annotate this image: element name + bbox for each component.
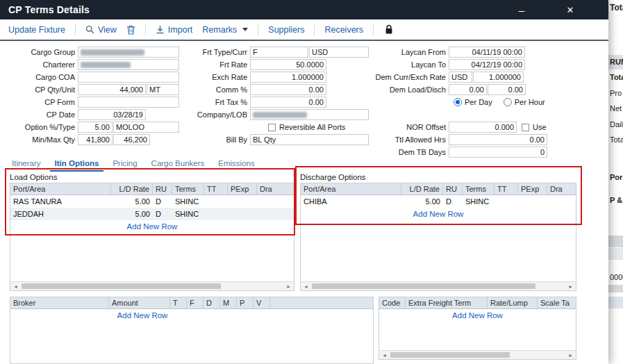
column-header-v[interactable]: V: [254, 297, 270, 308]
column-header-p[interactable]: P: [237, 297, 254, 308]
extra-freight-horizontal-scrollbar[interactable]: ◂ ▸: [379, 350, 576, 359]
frt-type-field[interactable]: F: [250, 47, 308, 58]
cell-terms[interactable]: SHINC: [172, 210, 204, 218]
column-header-terms[interactable]: Terms: [463, 183, 495, 195]
title-bar[interactable]: CP Terms Details – ✕: [0, 0, 608, 19]
column-header-tt[interactable]: TT: [495, 183, 518, 195]
column-header-broker[interactable]: Broker: [10, 297, 109, 308]
table-row[interactable]: CHIBA 5.00 D SHINC: [301, 195, 576, 208]
cell-ru[interactable]: D: [443, 197, 463, 206]
column-header-ld-rate[interactable]: L/D Rate: [401, 183, 443, 195]
cell-ld-rate[interactable]: 5.00: [111, 210, 153, 218]
scrollbar-track[interactable]: [390, 351, 565, 359]
dem-load-field[interactable]: 0.00: [449, 84, 487, 95]
close-button[interactable]: ✕: [564, 0, 576, 19]
column-header-ru[interactable]: RU: [153, 183, 172, 195]
view-button[interactable]: View: [85, 25, 117, 35]
laycan-to-field[interactable]: 04/12/19 00:00: [449, 59, 525, 70]
nor-offset-field[interactable]: 0.000: [449, 122, 517, 133]
column-header-port-area[interactable]: Port/Area: [10, 183, 111, 195]
discharge-options-horizontal-scrollbar[interactable]: ◂ ▸: [301, 281, 576, 290]
table-row[interactable]: RAS TANURA 5.00 D SHINC: [10, 195, 294, 208]
tab-emissions[interactable]: Emissions: [213, 159, 259, 172]
suppliers-button[interactable]: Suppliers: [268, 25, 304, 35]
column-header-code[interactable]: Code: [379, 297, 406, 308]
scrollbar-track[interactable]: [21, 282, 283, 290]
column-header-t[interactable]: T: [170, 297, 187, 308]
scrollbar-track[interactable]: [311, 282, 565, 290]
update-fixture-button[interactable]: Update Fixture: [8, 25, 65, 35]
tab-pricing[interactable]: Pricing: [108, 159, 142, 172]
column-header-dra[interactable]: Dra: [257, 183, 294, 195]
cell-port-area[interactable]: JEDDAH: [10, 210, 111, 218]
column-header-dra[interactable]: Dra: [547, 183, 576, 195]
delete-button[interactable]: [126, 25, 135, 35]
scroll-right-arrow[interactable]: ▸: [565, 282, 576, 290]
column-header-terms[interactable]: Terms: [172, 183, 204, 195]
laycan-from-field[interactable]: 04/11/19 00:00: [449, 47, 525, 58]
receivers-button[interactable]: Receivers: [324, 25, 363, 35]
scroll-left-arrow[interactable]: ◂: [379, 351, 390, 359]
column-header-ru[interactable]: RU: [443, 183, 463, 195]
cell-port-area[interactable]: RAS TANURA: [10, 197, 111, 206]
option-pct-field[interactable]: 5.00: [78, 122, 113, 133]
reversible-all-ports-checkbox[interactable]: [268, 124, 276, 131]
lock-button[interactable]: [385, 24, 393, 35]
column-header-f[interactable]: F: [187, 297, 203, 308]
tab-itinerary[interactable]: Itinerary: [7, 159, 46, 172]
cargo-coa-field[interactable]: [78, 72, 179, 83]
load-options-horizontal-scrollbar[interactable]: ◂ ▸: [10, 281, 294, 290]
exch-rate-field[interactable]: 1.000000: [250, 72, 326, 83]
import-button[interactable]: Import: [156, 25, 192, 35]
cell-port-area[interactable]: CHIBA: [301, 197, 401, 206]
column-header-d[interactable]: D: [203, 297, 220, 308]
per-hour-radio[interactable]: [504, 98, 512, 106]
cell-ld-rate[interactable]: 5.00: [111, 197, 153, 206]
company-lob-field[interactable]: [250, 109, 369, 120]
minimize-button[interactable]: –: [515, 0, 528, 19]
column-header-m[interactable]: M: [220, 297, 237, 308]
table-row[interactable]: JEDDAH 5.00 D SHINC: [10, 208, 294, 220]
max-qty-field[interactable]: 46,200: [113, 134, 150, 145]
scroll-left-arrow[interactable]: ◂: [10, 282, 21, 290]
extra-freight-add-new-row-link[interactable]: Add New Row: [379, 309, 576, 322]
remarks-dropdown[interactable]: Remarks: [202, 25, 248, 35]
cp-form-field[interactable]: [78, 97, 179, 108]
scrollbar-thumb[interactable]: [312, 283, 535, 289]
option-type-field[interactable]: MOLOO: [113, 122, 179, 133]
load-options-add-new-row-link[interactable]: Add New Row: [10, 220, 294, 233]
column-header-rate-lump[interactable]: Rate/Lump: [488, 297, 538, 308]
dem-curr-field[interactable]: USD: [449, 72, 472, 83]
cell-ru[interactable]: D: [153, 210, 172, 218]
dem-tb-days-field[interactable]: 0: [449, 147, 547, 158]
ttl-allowed-hrs-field[interactable]: 0.00: [449, 134, 547, 145]
nor-offset-use-checkbox[interactable]: [522, 124, 529, 131]
cargo-group-field[interactable]: [78, 47, 179, 58]
broker-add-new-row-link[interactable]: Add New Row: [10, 309, 274, 322]
column-header-scale-table[interactable]: Scale Ta: [538, 297, 576, 308]
frt-curr-field[interactable]: USD: [309, 47, 369, 58]
min-qty-field[interactable]: 41,800: [78, 134, 113, 145]
column-header-extra-freight-term[interactable]: Extra Freight Term: [406, 297, 488, 308]
scrollbar-thumb[interactable]: [22, 283, 221, 289]
column-header-pexp[interactable]: PExp: [228, 183, 257, 195]
column-header-amount[interactable]: Amount: [109, 297, 170, 308]
tab-itin-options[interactable]: Itin Options: [50, 159, 104, 172]
column-header-port-area[interactable]: Port/Area: [301, 183, 401, 195]
cp-date-field[interactable]: 03/28/19: [78, 109, 146, 120]
scrollbar-thumb[interactable]: [390, 352, 510, 358]
scroll-right-arrow[interactable]: ▸: [565, 351, 576, 359]
scroll-left-arrow[interactable]: ◂: [301, 282, 311, 290]
column-header-pexp[interactable]: PExp: [518, 183, 547, 195]
charterer-field[interactable]: [78, 59, 179, 70]
scroll-right-arrow[interactable]: ▸: [283, 282, 294, 290]
cell-terms[interactable]: SHINC: [172, 197, 204, 206]
dem-disch-field[interactable]: 0.00: [488, 84, 526, 95]
frt-rate-field[interactable]: 50.0000: [250, 59, 326, 70]
discharge-options-add-new-row-link[interactable]: Add New Row: [301, 208, 576, 220]
bill-by-field[interactable]: BL Qty: [250, 134, 369, 145]
cell-ld-rate[interactable]: 5.00: [401, 197, 443, 206]
per-day-radio[interactable]: [454, 98, 462, 106]
tab-cargo-bunkers[interactable]: Cargo Bunkers: [147, 159, 210, 172]
cell-terms[interactable]: SHINC: [463, 197, 495, 206]
